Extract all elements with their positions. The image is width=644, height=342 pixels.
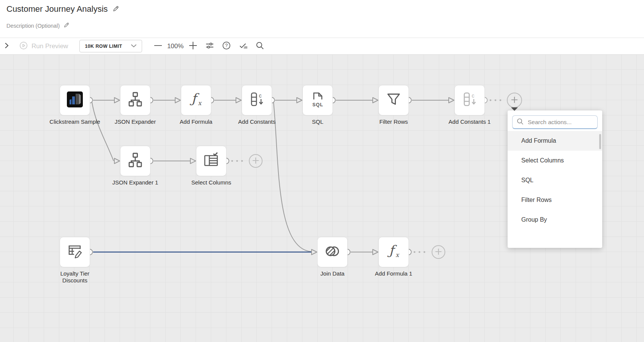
node-sql-tile[interactable]: SQL [302, 85, 333, 115]
node-json-expander-1-tile[interactable] [120, 146, 150, 176]
select-columns-icon [203, 152, 220, 170]
node-label: Add Constants [226, 118, 287, 125]
node-add-constants-tile[interactable]: c [242, 85, 272, 115]
node-select-columns: Select Columns [196, 146, 226, 176]
sliders-icon [205, 41, 214, 51]
help-button[interactable]: ? [222, 41, 231, 51]
action-menu-item[interactable]: Add Formula [508, 131, 602, 151]
run-preview-button[interactable] [19, 41, 28, 51]
formula-icon: ƒx [188, 91, 204, 109]
node-filter-rows: Filter Rows [378, 85, 409, 115]
minus-icon [154, 41, 162, 51]
run-preview-label: Run Preview [32, 43, 68, 50]
search-actions-box [512, 115, 598, 129]
table-edit-icon [66, 243, 83, 261]
svg-text:c: c [259, 93, 262, 99]
action-menu-item[interactable]: Group By [508, 210, 602, 230]
menu-pointer-icon [511, 107, 518, 111]
plus-icon [189, 41, 197, 51]
validate-check-icon [238, 41, 248, 51]
add-action-button[interactable] [432, 245, 445, 259]
toolbar: Run Preview 10K ROW LIMIT 100% ? [0, 38, 644, 55]
node-loyalty: Loyalty Tier Discounts [60, 237, 90, 267]
json-expander-icon [127, 152, 144, 170]
svg-text:?: ? [225, 43, 228, 48]
node-label: Add Constants 1 [439, 118, 500, 125]
filter-icon [385, 91, 402, 109]
chevron-down-icon [131, 43, 137, 49]
chevron-right-icon [4, 42, 9, 50]
dataset-icon [66, 91, 84, 110]
page-title: Customer Journey Analysis [6, 4, 108, 14]
action-menu-panel: MOST USED Add FormulaSelect ColumnsSQLFi… [508, 110, 602, 248]
svg-text:x: x [396, 251, 400, 258]
search-canvas-button[interactable] [255, 41, 264, 51]
menu-scrollbar[interactable] [599, 134, 601, 149]
node-label: Add Formula [166, 118, 226, 125]
node-clickstream-tile[interactable] [60, 85, 90, 115]
add-constants-icon: c [461, 91, 478, 109]
node-json-expander: JSON Expander [120, 85, 150, 115]
node-label: JSON Expander [105, 118, 166, 125]
node-sql: SQLSQL [302, 85, 333, 115]
action-menu-item[interactable]: Select Columns [508, 151, 602, 170]
node-label: Add Formula 1 [363, 270, 424, 277]
validate-button[interactable] [238, 41, 248, 51]
canvas-settings-button[interactable] [205, 41, 214, 51]
action-menu-list: Add FormulaSelect ColumnsSQLFilter RowsG… [508, 131, 602, 230]
node-label: Clickstream Sample [44, 118, 105, 125]
node-label: JSON Expander 1 [105, 179, 166, 186]
search-actions-input[interactable] [527, 118, 593, 126]
node-add-constants-1: cAdd Constants 1 [454, 85, 485, 115]
row-limit-dropdown[interactable]: 10K ROW LIMIT [79, 40, 142, 52]
collapse-panel-button[interactable] [4, 42, 9, 50]
edit-title-button[interactable] [112, 5, 119, 13]
node-add-formula: ƒxAdd Formula [181, 85, 211, 115]
node-loyalty-tile[interactable] [60, 237, 90, 267]
node-add-constants: cAdd Constants [242, 85, 272, 115]
node-join-data-tile[interactable] [317, 237, 348, 267]
flow-canvas[interactable]: Clickstream SampleJSON ExpanderƒxAdd For… [0, 55, 644, 342]
node-add-formula-1-tile[interactable]: ƒx [378, 237, 409, 267]
plus-icon [434, 247, 443, 257]
plus-icon [252, 156, 260, 166]
plus-icon [510, 96, 519, 105]
search-icon [516, 118, 524, 127]
search-icon [255, 41, 264, 51]
zoom-in-button[interactable] [189, 41, 197, 51]
pencil-icon [112, 5, 119, 13]
node-filter-rows-tile[interactable] [378, 85, 409, 115]
join-icon [324, 243, 341, 261]
svg-text:x: x [198, 99, 202, 107]
pencil-icon [63, 22, 70, 29]
row-limit-label: 10K ROW LIMIT [85, 44, 122, 49]
add-action-button[interactable] [507, 93, 522, 108]
help-icon: ? [222, 41, 231, 51]
svg-text:SQL: SQL [312, 102, 323, 107]
action-menu-item[interactable]: Filter Rows [508, 190, 602, 210]
header: Customer Journey Analysis Description (O… [0, 0, 644, 38]
node-select-columns-tile[interactable] [196, 146, 226, 176]
etl-editor: Customer Journey Analysis Description (O… [0, 0, 644, 342]
description-placeholder: Description (Optional) [6, 23, 60, 29]
node-add-constants-1-tile[interactable]: c [454, 85, 485, 115]
add-action-button[interactable] [249, 154, 263, 168]
node-clickstream: Clickstream Sample [60, 85, 90, 115]
json-expander-icon [127, 91, 144, 109]
add-constants-icon: c [248, 91, 265, 109]
node-join-data: Join Data [317, 237, 348, 267]
sql-icon: SQL [309, 91, 326, 109]
svg-text:c: c [472, 93, 475, 99]
formula-icon: ƒx [385, 243, 402, 261]
action-menu-item[interactable]: SQL [508, 170, 602, 190]
zoom-level: 100% [167, 43, 184, 50]
node-json-expander-tile[interactable] [120, 85, 150, 115]
edit-description-button[interactable] [63, 22, 70, 29]
node-label: Loyalty Tier Discounts [44, 270, 105, 284]
node-add-formula-tile[interactable]: ƒx [181, 85, 211, 115]
node-label: Select Columns [181, 179, 242, 186]
node-add-formula-1: ƒxAdd Formula 1 [378, 237, 409, 267]
node-label: Join Data [302, 270, 363, 277]
zoom-out-button[interactable] [154, 41, 162, 51]
node-label: SQL [287, 118, 348, 125]
